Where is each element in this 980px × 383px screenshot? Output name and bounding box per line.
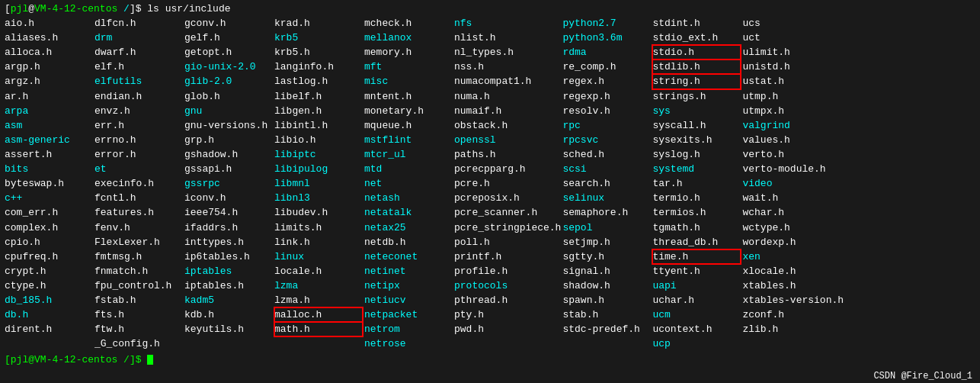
list-item: ctype.h [5, 278, 93, 293]
list-item: xen [742, 249, 844, 264]
list-item: ustat.h [742, 74, 844, 89]
list-item: stdio.h [652, 45, 741, 60]
list-item: pthread.h [454, 293, 561, 307]
list-item: xlocale.h [742, 264, 844, 278]
list-item: unistd.h [742, 60, 844, 74]
list-item: mntent.h [364, 89, 453, 104]
list-item: fmtmsg.h [94, 249, 183, 264]
list-item: utmp.h [742, 89, 844, 104]
list-item: c++ [5, 191, 93, 205]
prompt-bracket-open: [ [5, 3, 11, 14]
list-item: stdio_ext.h [652, 31, 741, 45]
list-item: uapi [652, 278, 741, 293]
list-item: endian.h [94, 89, 183, 104]
list-item: asm-generic [5, 133, 93, 147]
list-item: paths.h [454, 147, 561, 162]
prompt-host2: VM-4-12-centos [34, 354, 117, 365]
list-item: verto.h [742, 147, 844, 162]
list-item: setjmp.h [562, 235, 651, 249]
list-item: getopt.h [184, 45, 273, 60]
list-item: libmnl [274, 176, 363, 191]
list-item: inttypes.h [184, 235, 273, 249]
file-column-2: dlfcn.hdrmdwarf.helf.helfutilsendian.hen… [94, 16, 184, 352]
list-item: libintl.h [274, 118, 363, 133]
list-item: ucs [742, 16, 844, 31]
prompt-host: VM-4-12-centos [34, 3, 117, 14]
list-item: rdma [562, 45, 651, 60]
list-item: libnl3 [274, 191, 363, 205]
list-item: iptables [184, 264, 273, 278]
prompt-at2: @ [28, 354, 34, 365]
list-item: ucm [652, 307, 741, 322]
list-item: libio.h [274, 133, 363, 147]
prompt-user2: pjl [11, 354, 28, 365]
list-item: nl_types.h [454, 45, 561, 60]
list-item: numaif.h [454, 104, 561, 118]
list-item: netash [364, 191, 453, 205]
list-item: gio-unix-2.0 [184, 60, 273, 74]
list-item: fts.h [94, 307, 183, 322]
list-item: xtables.h [742, 278, 844, 293]
list-item: glib-2.0 [184, 74, 273, 89]
list-item: fcntl.h [94, 191, 183, 205]
list-item: gssrpc [184, 176, 273, 191]
list-item: rpcsvc [562, 133, 651, 147]
list-item: mtd [364, 162, 453, 176]
list-item: valgrind [742, 118, 844, 133]
list-item: mqueue.h [364, 118, 453, 133]
list-item: ucontext.h [652, 322, 741, 336]
list-item: mellanox [364, 31, 453, 45]
list-item: netrom [364, 322, 453, 336]
list-item: libudev.h [274, 205, 363, 220]
list-item: db.h [5, 307, 93, 322]
list-item: sgtty.h [562, 249, 651, 264]
list-item: printf.h [454, 249, 561, 264]
list-item: scsi [562, 162, 651, 176]
watermark: CSDN @Fire_Cloud_1 [873, 371, 972, 381]
list-item: signal.h [562, 264, 651, 278]
list-item: libelf.h [274, 89, 363, 104]
list-item: gelf.h [184, 31, 273, 45]
list-item: lzma.h [274, 293, 363, 307]
file-column-6: nfsnlist.hnl_types.hnss.hnumacompat1.hnu… [454, 16, 562, 352]
list-item: python2.7 [562, 16, 651, 31]
list-item: dwarf.h [94, 45, 183, 60]
list-item: numa.h [454, 89, 561, 104]
list-item: search.h [562, 176, 651, 191]
list-item: pcre_scanner.h [454, 205, 561, 220]
list-item: limits.h [274, 220, 363, 235]
list-item: obstack.h [454, 118, 561, 133]
list-item: video [742, 176, 844, 191]
list-item: errno.h [94, 133, 183, 147]
list-item: ttyent.h [652, 264, 741, 278]
list-item: netrose [364, 336, 453, 351]
list-item: link.h [274, 235, 363, 249]
list-item: numacompat1.h [454, 74, 561, 89]
list-item: execinfo.h [94, 176, 183, 191]
list-item: gnu-versions.h [184, 118, 273, 133]
list-item: err.h [94, 118, 183, 133]
list-item: fpu_control.h [94, 278, 183, 293]
list-item: linux [274, 249, 363, 264]
list-item: stdc-predef.h [562, 322, 651, 336]
list-item: pcrecpparg.h [454, 162, 561, 176]
list-item: net [364, 176, 453, 191]
list-item: error.h [94, 147, 183, 162]
list-item: sched.h [562, 147, 651, 162]
list-item: kdb.h [184, 307, 273, 322]
list-item: aliases.h [5, 31, 93, 45]
list-item: shadow.h [562, 278, 651, 293]
list-item: byteswap.h [5, 176, 93, 191]
list-item: thread_db.h [652, 235, 741, 249]
list-item: _G_config.h [94, 336, 183, 351]
list-item: ip6tables.h [184, 249, 273, 264]
list-item: syslog.h [652, 147, 741, 162]
prompt-command: ls usr/include [147, 3, 230, 14]
list-item: termio.h [652, 191, 741, 205]
list-item: asm [5, 118, 93, 133]
list-item: mtcr_ul [364, 147, 453, 162]
list-item: netax25 [364, 220, 453, 235]
list-item: argp.h [5, 60, 93, 74]
prompt-dollar: $ [136, 3, 148, 14]
list-item: python3.6m [562, 31, 651, 45]
